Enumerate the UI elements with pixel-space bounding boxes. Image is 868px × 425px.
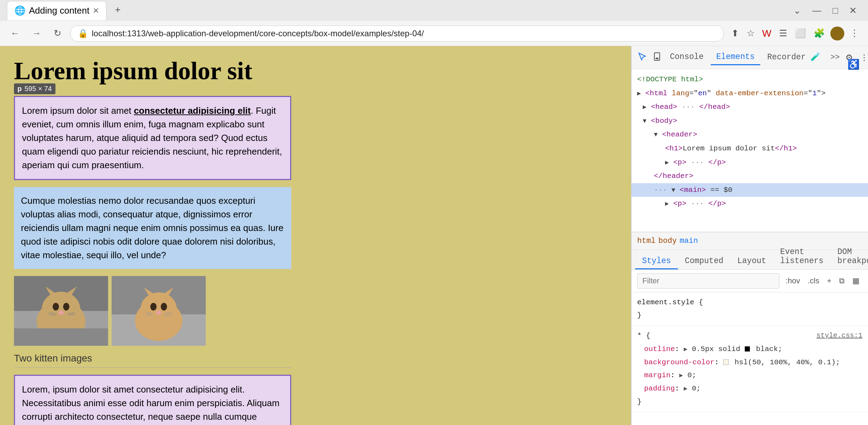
paragraph1-bold: consectetur adipisicing elit [134, 105, 251, 116]
css-prop-padding: padding [644, 385, 675, 393]
styles-panel[interactable]: :hov .cls + ⧉ ▦ element.style { } * { [632, 270, 868, 425]
devtools-tabs: Console Elements Recorder 🧪 >> [664, 49, 843, 66]
svg-point-6 [53, 303, 59, 311]
layout-style-button[interactable]: ▦ [850, 275, 862, 287]
cls-filter-button[interactable]: .cls [805, 275, 822, 287]
svg-rect-28 [656, 58, 658, 59]
css-val-bgcolor: hsl(50, 100%, 40%, 0.1); [734, 358, 840, 366]
svg-point-7 [63, 303, 69, 311]
browser-window: 🌐 Adding content ✕ + ⌄ — □ ✕ ← → ↻ 🔒 loc… [0, 0, 868, 425]
tooltip-tag: p [17, 85, 22, 93]
tab-event-listeners[interactable]: Event listeners [773, 245, 830, 269]
css-prop-bgcolor: background-color [644, 358, 715, 366]
url-display: localhost:1313/web-application-developme… [92, 29, 716, 38]
styles-panel-tabs: Styles Computed Layout Event listeners D… [632, 250, 868, 270]
color-swatch-hsl[interactable] [723, 359, 729, 365]
browser-tab[interactable]: 🌐 Adding content ✕ [7, 1, 106, 20]
tab-close-button[interactable]: ✕ [93, 6, 99, 15]
reader-icon[interactable]: ☰ [777, 26, 789, 41]
dom-head[interactable]: ▶ <head> ··· </head> [632, 100, 868, 114]
tab-more-button[interactable]: >> [828, 50, 842, 65]
dropdown-button[interactable]: ⌄ [789, 3, 805, 18]
dom-header[interactable]: ▼ <header> [632, 128, 868, 142]
walletconnect-icon[interactable]: W [760, 26, 773, 41]
dom-main[interactable]: ··· ▼ <main> == $0 [632, 183, 868, 197]
paragraph3-box: Lorem, ipsum dolor sit amet consectetur … [14, 375, 291, 425]
nav-icons: ⬆ ☆ W ☰ ⬜ 🧩 ⋮ [729, 26, 861, 41]
tab-console[interactable]: Console [664, 50, 709, 65]
new-tab-button[interactable]: + [110, 1, 125, 18]
devtools-panel: Console Elements Recorder 🧪 >> ⚙ ⋮ ✕ <!D… [631, 46, 868, 425]
main-area: Lorem ipsum dolor sit p 595 × 74 Lorem i… [0, 46, 868, 425]
css-selector-universal: * { [637, 332, 650, 340]
styles-filter-row: :hov .cls + ⧉ ▦ [632, 270, 868, 292]
paragraph3-text: Lorem, ipsum dolor sit amet consectetur … [22, 383, 283, 425]
avatar[interactable] [830, 27, 844, 40]
styles-filter-input[interactable] [637, 273, 779, 289]
dom-p-header[interactable]: ▶ <p> ··· </p> [632, 156, 868, 170]
image-caption: Two kitten images [14, 353, 291, 368]
breadcrumb-body[interactable]: body [658, 237, 677, 245]
device-mode-button[interactable] [650, 49, 664, 66]
refresh-button[interactable]: ↻ [50, 26, 65, 41]
hov-filter-button[interactable]: :hov [783, 275, 803, 287]
tab-recorder[interactable]: Recorder 🧪 [762, 49, 826, 66]
dom-doctype: <!DOCTYPE html> [632, 73, 868, 87]
paragraph1-text: Lorem ipsum dolor sit amet consectetur a… [22, 104, 283, 172]
dom-body[interactable]: ▼ <body> [632, 114, 868, 128]
dom-tree[interactable]: <!DOCTYPE html> ▶ <html lang="en" data-e… [632, 69, 868, 232]
bookmark-icon[interactable]: ☆ [745, 26, 757, 41]
copy-style-button[interactable]: ⧉ [836, 275, 847, 287]
add-style-button[interactable]: + [824, 275, 834, 287]
minimize-button[interactable]: — [808, 3, 825, 18]
svg-point-17 [135, 300, 182, 341]
dom-h1[interactable]: <h1>Lorem ipsum dolor sit</h1> [632, 142, 868, 156]
paragraph2-text: Cumque molestias nemo dolor recusandae q… [21, 194, 284, 262]
breadcrumb-html[interactable]: html [637, 237, 656, 245]
filter-buttons: :hov .cls + ⧉ ▦ [783, 275, 862, 287]
dom-p-main[interactable]: ▶ <p> ··· </p> [632, 197, 868, 211]
lock-icon: 🔒 [78, 29, 88, 38]
tab-computed[interactable]: Computed [678, 254, 730, 269]
share-icon[interactable]: ⬆ [729, 26, 741, 41]
accessibility-button[interactable]: ♿ [845, 56, 862, 73]
devtools-toolbar: Console Elements Recorder 🧪 >> ⚙ ⋮ ✕ [632, 46, 868, 69]
color-swatch-black[interactable] [745, 346, 750, 352]
svg-point-8 [58, 311, 64, 315]
images-row [14, 276, 291, 346]
tab-dom-breakpoints[interactable]: DOM breakpoints [830, 245, 868, 269]
tooltip-size: 595 × 74 [24, 85, 52, 93]
dom-header-close: </header> [632, 169, 868, 183]
title-bar: 🌐 Adding content ✕ + ⌄ — □ ✕ [0, 0, 868, 21]
css-val-margin: 0; [687, 371, 696, 379]
inspect-element-button[interactable] [635, 49, 650, 66]
css-prop-outline: outline [644, 345, 675, 353]
extension-icon[interactable]: 🧩 [812, 26, 827, 41]
css-file-link[interactable]: style.css:1 [816, 329, 862, 342]
tab-favicon: 🌐 [14, 5, 25, 16]
css-val-padding: 0; [692, 385, 701, 393]
paragraph2-box: Cumque molestias nemo dolor recusandae q… [14, 187, 291, 269]
breadcrumb-main[interactable]: main [680, 237, 698, 245]
page-heading: Lorem ipsum dolor sit [14, 57, 617, 85]
svg-line-24 [146, 315, 153, 315]
kitten-image-2 [112, 276, 206, 346]
sidebar-icon[interactable]: ⬜ [793, 26, 808, 41]
tab-styles[interactable]: Styles [635, 254, 678, 269]
svg-line-26 [165, 315, 172, 315]
window-controls: ⌄ — □ ✕ [789, 3, 861, 18]
forward-button[interactable]: → [29, 26, 45, 41]
webpage-viewport: Lorem ipsum dolor sit p 595 × 74 Lorem i… [0, 46, 631, 425]
close-button[interactable]: ✕ [845, 3, 861, 18]
tab-layout[interactable]: Layout [730, 254, 773, 269]
css-prop-margin: margin [644, 371, 671, 379]
dom-html[interactable]: ▶ <html lang="en" data-ember-extension="… [632, 87, 868, 100]
tab-elements[interactable]: Elements [711, 50, 760, 65]
element-tooltip: p 595 × 74 [14, 83, 55, 94]
maximize-button[interactable]: □ [828, 3, 842, 18]
back-button[interactable]: ← [7, 26, 23, 41]
paragraph1-box: Lorem ipsum dolor sit amet consectetur a… [14, 96, 291, 180]
address-bar[interactable]: 🔒 localhost:1313/web-application-develop… [70, 25, 724, 42]
nav-bar: ← → ↻ 🔒 localhost:1313/web-application-d… [0, 21, 868, 46]
menu-icon[interactable]: ⋮ [848, 26, 861, 41]
